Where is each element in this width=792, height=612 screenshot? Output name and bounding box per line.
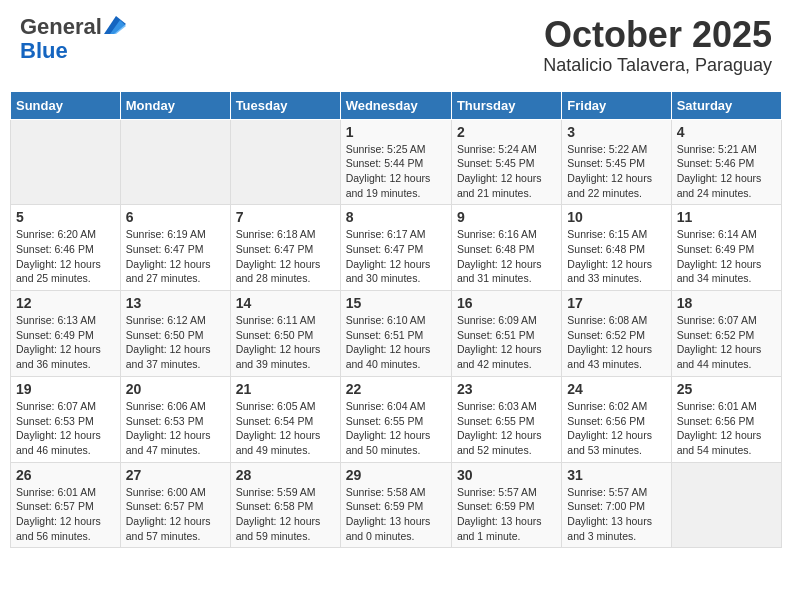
calendar-day-header: Thursday (451, 91, 561, 119)
calendar-day-cell: 11Sunrise: 6:14 AM Sunset: 6:49 PM Dayli… (671, 205, 781, 291)
day-info: Sunrise: 6:06 AM Sunset: 6:53 PM Dayligh… (126, 399, 225, 458)
day-number: 23 (457, 381, 556, 397)
day-info: Sunrise: 6:18 AM Sunset: 6:47 PM Dayligh… (236, 227, 335, 286)
day-number: 4 (677, 124, 776, 140)
calendar-day-cell: 31Sunrise: 5:57 AM Sunset: 7:00 PM Dayli… (562, 462, 671, 548)
calendar-day-cell: 27Sunrise: 6:00 AM Sunset: 6:57 PM Dayli… (120, 462, 230, 548)
day-info: Sunrise: 5:57 AM Sunset: 7:00 PM Dayligh… (567, 485, 665, 544)
page-title: October 2025 (543, 15, 772, 55)
calendar-week-row: 26Sunrise: 6:01 AM Sunset: 6:57 PM Dayli… (11, 462, 782, 548)
calendar-day-cell: 30Sunrise: 5:57 AM Sunset: 6:59 PM Dayli… (451, 462, 561, 548)
day-number: 8 (346, 209, 446, 225)
day-number: 25 (677, 381, 776, 397)
calendar-day-cell (120, 119, 230, 205)
calendar-day-cell: 5Sunrise: 6:20 AM Sunset: 6:46 PM Daylig… (11, 205, 121, 291)
calendar-day-cell: 8Sunrise: 6:17 AM Sunset: 6:47 PM Daylig… (340, 205, 451, 291)
calendar-day-cell: 13Sunrise: 6:12 AM Sunset: 6:50 PM Dayli… (120, 291, 230, 377)
day-number: 20 (126, 381, 225, 397)
calendar-day-cell: 28Sunrise: 5:59 AM Sunset: 6:58 PM Dayli… (230, 462, 340, 548)
day-info: Sunrise: 6:09 AM Sunset: 6:51 PM Dayligh… (457, 313, 556, 372)
day-info: Sunrise: 6:04 AM Sunset: 6:55 PM Dayligh… (346, 399, 446, 458)
day-info: Sunrise: 6:05 AM Sunset: 6:54 PM Dayligh… (236, 399, 335, 458)
calendar-day-header: Saturday (671, 91, 781, 119)
day-number: 28 (236, 467, 335, 483)
day-number: 16 (457, 295, 556, 311)
day-info: Sunrise: 6:03 AM Sunset: 6:55 PM Dayligh… (457, 399, 556, 458)
day-info: Sunrise: 5:59 AM Sunset: 6:58 PM Dayligh… (236, 485, 335, 544)
calendar-day-cell: 12Sunrise: 6:13 AM Sunset: 6:49 PM Dayli… (11, 291, 121, 377)
day-number: 18 (677, 295, 776, 311)
day-number: 3 (567, 124, 665, 140)
day-info: Sunrise: 6:07 AM Sunset: 6:53 PM Dayligh… (16, 399, 115, 458)
day-info: Sunrise: 6:20 AM Sunset: 6:46 PM Dayligh… (16, 227, 115, 286)
calendar-week-row: 1Sunrise: 5:25 AM Sunset: 5:44 PM Daylig… (11, 119, 782, 205)
day-info: Sunrise: 5:22 AM Sunset: 5:45 PM Dayligh… (567, 142, 665, 201)
day-number: 11 (677, 209, 776, 225)
calendar-day-cell: 29Sunrise: 5:58 AM Sunset: 6:59 PM Dayli… (340, 462, 451, 548)
calendar-day-cell: 26Sunrise: 6:01 AM Sunset: 6:57 PM Dayli… (11, 462, 121, 548)
calendar-day-cell (11, 119, 121, 205)
calendar-day-cell: 20Sunrise: 6:06 AM Sunset: 6:53 PM Dayli… (120, 376, 230, 462)
logo-wing-icon (104, 16, 126, 34)
day-number: 31 (567, 467, 665, 483)
day-number: 10 (567, 209, 665, 225)
day-info: Sunrise: 5:25 AM Sunset: 5:44 PM Dayligh… (346, 142, 446, 201)
day-info: Sunrise: 5:21 AM Sunset: 5:46 PM Dayligh… (677, 142, 776, 201)
logo-general-text: General (20, 15, 102, 39)
day-number: 2 (457, 124, 556, 140)
calendar-table: SundayMondayTuesdayWednesdayThursdayFrid… (10, 91, 782, 549)
calendar-day-cell: 17Sunrise: 6:08 AM Sunset: 6:52 PM Dayli… (562, 291, 671, 377)
day-number: 22 (346, 381, 446, 397)
day-info: Sunrise: 6:01 AM Sunset: 6:57 PM Dayligh… (16, 485, 115, 544)
calendar-day-header: Tuesday (230, 91, 340, 119)
calendar-week-row: 12Sunrise: 6:13 AM Sunset: 6:49 PM Dayli… (11, 291, 782, 377)
day-info: Sunrise: 5:57 AM Sunset: 6:59 PM Dayligh… (457, 485, 556, 544)
calendar-week-row: 5Sunrise: 6:20 AM Sunset: 6:46 PM Daylig… (11, 205, 782, 291)
day-info: Sunrise: 6:17 AM Sunset: 6:47 PM Dayligh… (346, 227, 446, 286)
page-header: General Blue October 2025 Natalicio Tala… (10, 10, 782, 81)
calendar-day-cell: 15Sunrise: 6:10 AM Sunset: 6:51 PM Dayli… (340, 291, 451, 377)
day-number: 12 (16, 295, 115, 311)
calendar-day-header: Sunday (11, 91, 121, 119)
day-info: Sunrise: 6:13 AM Sunset: 6:49 PM Dayligh… (16, 313, 115, 372)
day-info: Sunrise: 6:15 AM Sunset: 6:48 PM Dayligh… (567, 227, 665, 286)
title-block: October 2025 Natalicio Talavera, Paragua… (543, 15, 772, 76)
calendar-day-cell: 4Sunrise: 5:21 AM Sunset: 5:46 PM Daylig… (671, 119, 781, 205)
calendar-day-header: Monday (120, 91, 230, 119)
calendar-day-header: Wednesday (340, 91, 451, 119)
calendar-day-cell: 1Sunrise: 5:25 AM Sunset: 5:44 PM Daylig… (340, 119, 451, 205)
day-info: Sunrise: 6:19 AM Sunset: 6:47 PM Dayligh… (126, 227, 225, 286)
day-number: 30 (457, 467, 556, 483)
calendar-day-cell: 18Sunrise: 6:07 AM Sunset: 6:52 PM Dayli… (671, 291, 781, 377)
day-number: 21 (236, 381, 335, 397)
calendar-day-cell (230, 119, 340, 205)
day-info: Sunrise: 6:07 AM Sunset: 6:52 PM Dayligh… (677, 313, 776, 372)
calendar-day-cell: 14Sunrise: 6:11 AM Sunset: 6:50 PM Dayli… (230, 291, 340, 377)
day-info: Sunrise: 6:08 AM Sunset: 6:52 PM Dayligh… (567, 313, 665, 372)
calendar-day-cell: 21Sunrise: 6:05 AM Sunset: 6:54 PM Dayli… (230, 376, 340, 462)
day-info: Sunrise: 6:12 AM Sunset: 6:50 PM Dayligh… (126, 313, 225, 372)
day-number: 7 (236, 209, 335, 225)
day-info: Sunrise: 5:58 AM Sunset: 6:59 PM Dayligh… (346, 485, 446, 544)
day-number: 26 (16, 467, 115, 483)
day-number: 13 (126, 295, 225, 311)
calendar-day-cell: 9Sunrise: 6:16 AM Sunset: 6:48 PM Daylig… (451, 205, 561, 291)
calendar-week-row: 19Sunrise: 6:07 AM Sunset: 6:53 PM Dayli… (11, 376, 782, 462)
day-number: 17 (567, 295, 665, 311)
day-number: 29 (346, 467, 446, 483)
day-number: 19 (16, 381, 115, 397)
calendar-day-cell: 23Sunrise: 6:03 AM Sunset: 6:55 PM Dayli… (451, 376, 561, 462)
day-number: 1 (346, 124, 446, 140)
day-info: Sunrise: 6:00 AM Sunset: 6:57 PM Dayligh… (126, 485, 225, 544)
day-info: Sunrise: 6:10 AM Sunset: 6:51 PM Dayligh… (346, 313, 446, 372)
calendar-day-cell (671, 462, 781, 548)
calendar-day-cell: 19Sunrise: 6:07 AM Sunset: 6:53 PM Dayli… (11, 376, 121, 462)
logo: General Blue (20, 15, 126, 63)
calendar-day-cell: 25Sunrise: 6:01 AM Sunset: 6:56 PM Dayli… (671, 376, 781, 462)
day-info: Sunrise: 6:02 AM Sunset: 6:56 PM Dayligh… (567, 399, 665, 458)
calendar-day-cell: 6Sunrise: 6:19 AM Sunset: 6:47 PM Daylig… (120, 205, 230, 291)
day-info: Sunrise: 6:11 AM Sunset: 6:50 PM Dayligh… (236, 313, 335, 372)
calendar-day-cell: 10Sunrise: 6:15 AM Sunset: 6:48 PM Dayli… (562, 205, 671, 291)
day-info: Sunrise: 6:16 AM Sunset: 6:48 PM Dayligh… (457, 227, 556, 286)
calendar-day-cell: 3Sunrise: 5:22 AM Sunset: 5:45 PM Daylig… (562, 119, 671, 205)
